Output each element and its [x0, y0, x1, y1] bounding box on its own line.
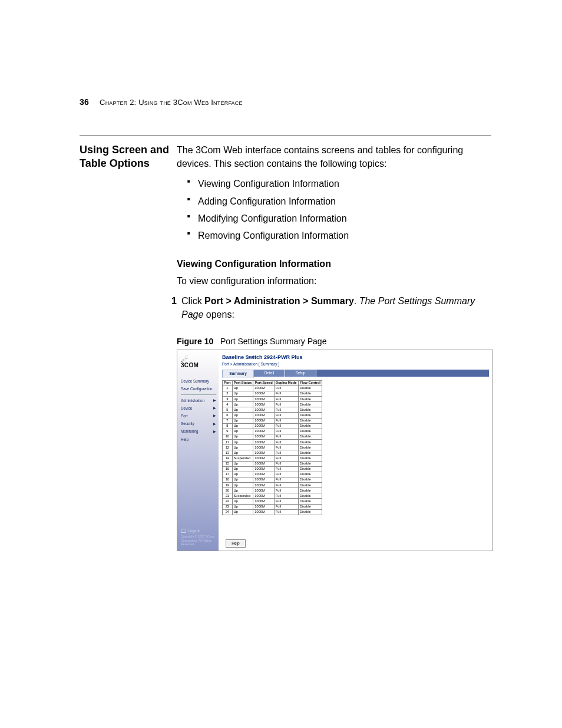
copyright-text: Copyright © 2007 3Com Corporation. All R… [181, 535, 216, 548]
chevron-right-icon: ▶ [213, 398, 216, 403]
table-header-row: Port Port Status Port Speed Duplex Mode … [223, 380, 322, 386]
table-cell: Up [232, 440, 253, 445]
table-row: 7Up1000MFullDisable [223, 418, 322, 423]
table-cell: Up [232, 402, 253, 407]
table-row: 1Up1000MFullDisable [223, 386, 322, 391]
content-block: Using Screen and Table Options The 3Com … [80, 136, 491, 551]
table-cell: 5 [223, 407, 233, 413]
step-row: 1 Click Port > Administration > Summary.… [163, 294, 493, 321]
tab-setup[interactable]: Setup [285, 370, 316, 377]
table-row: 13Up1000MFullDisable [223, 450, 322, 456]
device-title: Baseline Switch 2924-PWR Plus [222, 354, 489, 361]
logo-text: 3COM [181, 362, 199, 368]
table-cell: Disable [298, 450, 322, 456]
intro-paragraph: The 3Com Web interface contains screens … [177, 143, 493, 170]
screenshot-sidebar: ☄ 3COM Device Summary Save Configuration… [177, 350, 219, 551]
table-cell: Disable [298, 472, 322, 477]
table-cell: 1000M [253, 483, 274, 488]
table-cell: 11 [223, 440, 233, 445]
table-cell: Disable [298, 407, 322, 413]
table-cell: Disable [298, 499, 322, 504]
tab-bar: Summary Detail Setup [222, 370, 489, 378]
side-heading: Using Screen and Table Options [80, 136, 177, 551]
table-cell: Up [232, 418, 253, 423]
table-cell: 1 [223, 386, 233, 391]
table-cell: Full [274, 466, 298, 472]
nav-help[interactable]: Help [181, 436, 216, 443]
help-button[interactable]: Help [226, 539, 246, 548]
nav-device-summary[interactable]: Device Summary [181, 377, 216, 385]
col-port-speed: Port Speed [253, 380, 274, 386]
table-row: 15Up1000MFullDisable [223, 461, 322, 466]
table-cell: 2 [223, 391, 233, 396]
logout-link[interactable]: Logout [181, 525, 216, 535]
table-cell: 21 [223, 493, 233, 499]
step-post: opens: [203, 309, 234, 319]
nav-save-configuration[interactable]: Save Configuration [181, 385, 216, 393]
tab-filler [316, 370, 489, 377]
col-flow-control: Flow Control [298, 380, 322, 386]
table-cell: Disable [298, 423, 322, 429]
table-row: 5Up1000MFullDisable [223, 407, 322, 413]
table-cell: Disable [298, 391, 322, 396]
nav-administration[interactable]: Administration▶ [181, 397, 216, 404]
col-port: Port [223, 380, 233, 386]
table-cell: Full [274, 418, 298, 423]
table-row: 4Up1000MFullDisable [223, 402, 322, 407]
table-cell: Up [232, 434, 253, 439]
table-cell: Full [274, 477, 298, 482]
table-cell: Full [274, 434, 298, 439]
document-page: 36 Chapter 2: Using the 3Com Web Interfa… [0, 0, 562, 728]
table-cell: 24 [223, 509, 233, 515]
table-cell: 1000M [253, 466, 274, 472]
table-cell: 1000M [253, 450, 274, 456]
table-cell: Disable [298, 434, 322, 439]
table-cell: 1000M [253, 434, 274, 439]
table-cell: Full [274, 456, 298, 461]
col-port-status: Port Status [232, 380, 253, 386]
table-cell: Suspended [232, 493, 253, 499]
table-cell: Up [232, 509, 253, 515]
table-cell: 1000M [253, 499, 274, 504]
table-cell: Full [274, 483, 298, 488]
nav-port[interactable]: Port▶ [181, 412, 216, 420]
table-cell: Full [274, 461, 298, 466]
table-cell: Up [232, 499, 253, 504]
table-cell: Disable [298, 456, 322, 461]
table-cell: 10 [223, 434, 233, 439]
table-cell: Up [232, 407, 253, 413]
table-cell: 1000M [253, 477, 274, 482]
table-cell: 1000M [253, 445, 274, 450]
table-cell: Full [274, 488, 298, 493]
logo-swoosh-icon: ☄ [181, 357, 216, 362]
figure-caption: Figure 10 Port Settings Summary Page [177, 335, 493, 347]
step-number: 1 [163, 294, 181, 321]
topic-bullet-list: Viewing Configuration Information Adding… [187, 175, 493, 244]
tab-summary[interactable]: Summary [222, 370, 254, 378]
table-cell: 1000M [253, 440, 274, 445]
table-cell: Disable [298, 386, 322, 391]
table-cell: Full [274, 423, 298, 429]
table-cell: 20 [223, 488, 233, 493]
table-row: 22Up1000MFullDisable [223, 499, 322, 504]
nav-device[interactable]: Device▶ [181, 404, 216, 412]
nav-monitoring[interactable]: Monitoring▶ [181, 427, 216, 435]
nav-security[interactable]: Security▶ [181, 420, 216, 427]
table-cell: Disable [298, 397, 322, 402]
table-cell: Full [274, 397, 298, 402]
table-cell: Disable [298, 504, 322, 509]
table-cell: 17 [223, 472, 233, 477]
table-cell: 1000M [253, 472, 274, 477]
table-cell: Full [274, 472, 298, 477]
threecom-logo: ☄ 3COM [181, 357, 216, 370]
table-cell: 8 [223, 423, 233, 429]
table-cell: 1000M [253, 461, 274, 466]
col-duplex-mode: Duplex Mode [274, 380, 298, 386]
tab-detail[interactable]: Detail [254, 370, 285, 377]
page-number: 36 [80, 97, 89, 107]
table-cell: Up [232, 504, 253, 509]
table-cell: 6 [223, 413, 233, 418]
table-row: 19Up1000MFullDisable [223, 483, 322, 488]
table-row: 24Up1000MFullDisable [223, 509, 322, 515]
table-cell: 1000M [253, 407, 274, 413]
